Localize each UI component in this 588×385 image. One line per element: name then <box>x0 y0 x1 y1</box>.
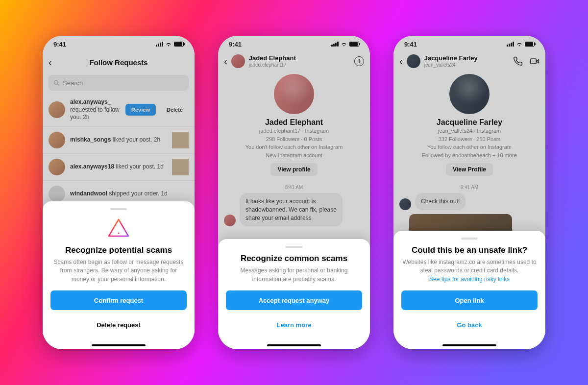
header-avatar[interactable] <box>407 54 420 68</box>
sheet-title: Recognize potential scams <box>50 245 187 255</box>
warning-icon <box>106 216 131 241</box>
sheet-body: Messages asking for personal or banking … <box>226 266 362 284</box>
wifi-icon <box>516 42 523 47</box>
screen: 9:41 ‹ Jaded Elephant jaded.elephant17 i… <box>218 36 370 349</box>
avatar <box>49 101 65 118</box>
message-avatar[interactable] <box>224 215 236 226</box>
search-icon <box>53 80 60 86</box>
notification-row[interactable]: alex.anyways_ requested to follow you. 2… <box>43 94 195 127</box>
screen: 9:41 ‹ Follow Requests Search alex.anywa… <box>43 36 195 349</box>
delete-request-button[interactable]: Delete request <box>50 315 187 335</box>
notification-text: windandwool shipped your order. 1d <box>70 190 189 198</box>
header-name: Jaded Elephant <box>249 55 296 62</box>
sheet-title: Recognize common scams <box>226 254 362 264</box>
header-names[interactable]: Jacqueline Farley jean_vallets24 <box>424 55 478 67</box>
back-icon[interactable]: ‹ <box>224 56 227 67</box>
battery-icon <box>349 42 359 47</box>
notification-text: mishka_songs liked your post. 2h <box>70 136 167 144</box>
battery-icon <box>525 42 535 47</box>
profile-avatar[interactable] <box>449 74 490 114</box>
status-time: 9:41 <box>229 41 242 48</box>
avatar <box>49 132 65 148</box>
sheet-body: Scams often begin as follow or message r… <box>50 258 187 284</box>
profile-line: 298 Followers · 0 Posts <box>226 135 362 144</box>
status-bar: 9:41 <box>218 36 370 52</box>
go-back-button[interactable]: Go back <box>401 315 538 335</box>
grabber[interactable] <box>461 238 478 240</box>
grabber[interactable] <box>286 246 302 248</box>
review-button[interactable]: Review <box>125 104 156 116</box>
notification-text: alex.anyways_ requested to follow you. 2… <box>70 98 121 121</box>
view-profile-button[interactable]: View profile <box>270 163 317 176</box>
wifi-icon <box>341 42 347 47</box>
avatar <box>49 159 65 175</box>
open-link-button[interactable]: Open link <box>401 290 538 310</box>
profile-line: You follow each other on Instagram <box>401 143 538 151</box>
confirm-request-button[interactable]: Confirm request <box>50 290 187 310</box>
status-icons <box>156 42 184 47</box>
status-time: 9:41 <box>404 41 417 48</box>
message-row: Check this out! <box>393 193 545 214</box>
profile-line: jean_vallets24 · Instagram <box>401 127 538 135</box>
screen: 9:41 ‹ Jacqueline Farley jean_vallets24 … <box>393 36 545 349</box>
profile-card: Jaded Elephant jaded.elephant17 · Instag… <box>218 70 370 179</box>
post-thumbnail <box>172 132 189 148</box>
battery-icon <box>174 42 184 47</box>
profile-line: Followed by endoatthebeach + 10 more <box>401 151 538 160</box>
timestamp: 9:41 AM <box>393 185 545 190</box>
wifi-icon <box>165 42 172 47</box>
message-bubble[interactable]: It looks like your account is shadowbann… <box>240 193 343 226</box>
profile-avatar[interactable] <box>274 74 314 114</box>
status-bar: 9:41 <box>393 36 545 52</box>
profile-card: Jacqueline Farley jean_vallets24 · Insta… <box>393 70 545 179</box>
avatar <box>49 186 65 202</box>
notification-row[interactable]: alex.anyways18 liked your post. 1d <box>43 154 195 181</box>
learn-more-button[interactable]: Learn more <box>226 315 362 335</box>
back-icon[interactable]: ‹ <box>399 56 403 67</box>
profile-name: Jaded Elephant <box>226 118 362 127</box>
status-time: 9:41 <box>53 41 66 48</box>
phone-follow-requests: 9:41 ‹ Follow Requests Search alex.anywa… <box>43 36 195 349</box>
post-thumbnail <box>172 159 189 175</box>
accept-anyway-button[interactable]: Accept request anyway <box>226 290 362 310</box>
header-names[interactable]: Jaded Elephant jaded.elephant17 <box>249 55 296 67</box>
profile-line: You don't follow each other on Instagram <box>226 143 362 151</box>
view-profile-button[interactable]: View Profile <box>446 163 493 176</box>
home-indicator[interactable] <box>267 344 321 346</box>
chat-header: ‹ Jaded Elephant jaded.elephant17 i <box>218 52 370 70</box>
video-icon[interactable] <box>530 56 539 66</box>
search-placeholder: Search <box>63 79 83 87</box>
home-indicator[interactable] <box>442 344 496 346</box>
page-title: Follow Requests <box>43 58 195 67</box>
timestamp: 8:41 AM <box>218 185 370 190</box>
call-icon[interactable] <box>513 56 523 66</box>
header-handle: jean_vallets24 <box>424 62 478 68</box>
profile-line: New Instagram account <box>226 151 362 160</box>
signal-icon <box>331 42 339 47</box>
profile-line: jaded.elephant17 · Instagram <box>226 127 362 135</box>
message-avatar[interactable] <box>399 198 411 210</box>
bottom-sheet: Could this be an unsafe link? Websites l… <box>393 231 545 349</box>
phone-unsafe-link: 9:41 ‹ Jacqueline Farley jean_vallets24 … <box>393 36 545 349</box>
bottom-sheet: Recognize potential scams Scams often be… <box>43 201 195 349</box>
profile-name: Jacqueline Farley <box>401 118 538 127</box>
navbar: ‹ Follow Requests <box>43 52 195 72</box>
info-icon[interactable]: i <box>354 56 364 66</box>
search-input[interactable]: Search <box>49 75 189 91</box>
home-indicator[interactable] <box>92 344 146 346</box>
tips-link[interactable]: See tips for avoiding risky links <box>429 276 510 283</box>
message-row: It looks like your account is shadowbann… <box>218 193 370 230</box>
signal-icon <box>156 42 163 47</box>
message-bubble[interactable]: Check this out! <box>415 193 466 210</box>
header-name: Jacqueline Farley <box>424 55 478 62</box>
profile-line: 332 Followers · 250 Posts <box>401 135 538 144</box>
header-handle: jaded.elephant17 <box>249 62 296 68</box>
status-icons <box>331 42 359 47</box>
grabber[interactable] <box>110 208 127 210</box>
status-icons <box>507 42 535 47</box>
header-avatar[interactable] <box>231 54 245 68</box>
notification-row[interactable]: mishka_songs liked your post. 2h <box>43 127 195 154</box>
sheet-title: Could this be an unsafe link? <box>401 245 538 255</box>
delete-button[interactable]: Delete <box>161 104 189 116</box>
bottom-sheet: Recognize common scams Messages asking f… <box>218 239 370 349</box>
